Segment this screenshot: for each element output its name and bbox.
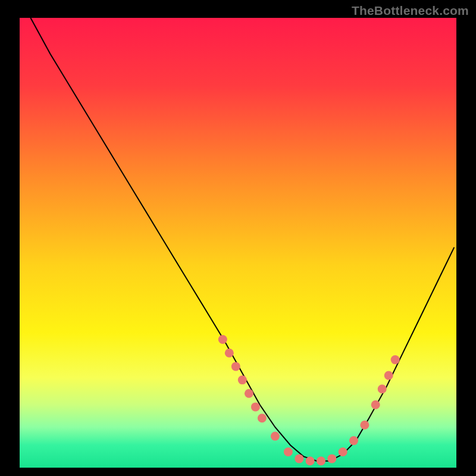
marker-point	[271, 432, 280, 441]
marker-point	[225, 349, 234, 358]
marker-point	[231, 362, 240, 371]
brand-watermark: TheBottleneck.com	[352, 4, 469, 18]
marker-point	[349, 436, 358, 445]
marker-point	[238, 375, 247, 384]
marker-point	[251, 402, 260, 411]
marker-point	[295, 454, 303, 463]
marker-point	[360, 421, 369, 430]
marker-point	[245, 389, 253, 398]
marker-point	[384, 371, 393, 380]
marker-point	[218, 335, 227, 344]
marker-point	[317, 456, 325, 465]
marker-point	[391, 355, 400, 364]
marker-point	[306, 456, 315, 465]
marker-point	[371, 400, 380, 409]
bottleneck-chart	[0, 0, 476, 476]
marker-point	[258, 414, 267, 422]
plot-background	[20, 18, 456, 468]
chart-container: TheBottleneck.com	[0, 0, 476, 476]
marker-point	[339, 447, 347, 456]
marker-point	[327, 454, 336, 463]
marker-point	[378, 384, 387, 393]
marker-point	[284, 447, 293, 456]
